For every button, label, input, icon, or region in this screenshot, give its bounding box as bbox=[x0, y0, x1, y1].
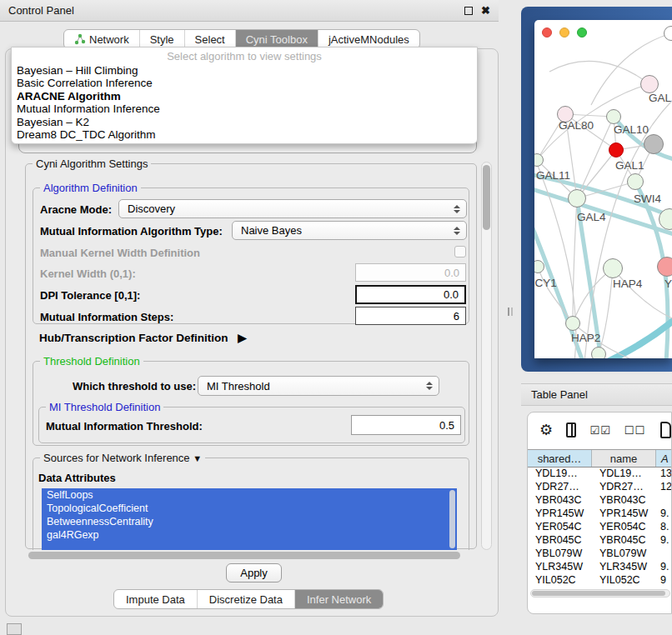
mi-steps-value: 6 bbox=[454, 310, 459, 322]
table-panel-titlebar: Table Panel bbox=[521, 383, 672, 406]
node-hap2[interactable] bbox=[565, 316, 580, 331]
aracne-mode-label: Aracne Mode: bbox=[40, 203, 112, 216]
tab-style[interactable]: Style bbox=[140, 30, 185, 48]
network-window[interactable]: GAL GAL80 GAL10 GAL1 GAL11 SWI4 GAL4 GCY… bbox=[534, 20, 672, 358]
gear-icon[interactable]: ⚙ bbox=[539, 422, 553, 438]
cell-value bbox=[656, 494, 672, 508]
node-gal4[interactable] bbox=[568, 189, 586, 208]
bottom-corner-widget[interactable] bbox=[7, 623, 22, 635]
manual-kernel-label: Manual Kernel Width Definition bbox=[40, 247, 200, 259]
dropdown-item-selected[interactable]: ARACNE Algorithm bbox=[12, 90, 477, 102]
which-threshold-value: MI Threshold bbox=[207, 380, 270, 392]
tab-infer-network[interactable]: Infer Network bbox=[295, 590, 383, 608]
table-row[interactable]: YLR345W YLR345W 9. bbox=[528, 561, 672, 574]
cell-name: YBR043C bbox=[592, 494, 656, 508]
cell-shared: YDL19… bbox=[528, 468, 592, 481]
scrollbar-thumb[interactable] bbox=[532, 591, 665, 596]
threshold-definition-group: Threshold Definition Which threshold to … bbox=[33, 361, 469, 446]
node-label: GAL11 bbox=[536, 169, 570, 182]
manual-kernel-checkbox[interactable] bbox=[454, 246, 466, 258]
cell-name: YPR145W bbox=[592, 508, 656, 521]
attribute-item[interactable]: SelfLoops bbox=[42, 488, 457, 502]
node-gal1[interactable] bbox=[609, 142, 624, 158]
node-salmon[interactable] bbox=[657, 257, 672, 277]
node-gray[interactable] bbox=[644, 134, 664, 154]
attribute-item[interactable]: TopologicalCoefficient bbox=[42, 502, 457, 515]
dropdown-item[interactable]: Bayesian – K2 bbox=[12, 116, 477, 128]
minimize-window-icon[interactable] bbox=[559, 28, 569, 38]
node-hap4[interactable] bbox=[603, 258, 623, 278]
column-header-partial[interactable]: A bbox=[656, 450, 672, 467]
tab-discretize-data[interactable]: Discretize Data bbox=[198, 590, 295, 608]
select-all-icon[interactable]: ☑☑ bbox=[589, 424, 610, 437]
tab-network[interactable]: Network bbox=[64, 30, 140, 48]
column-header-name[interactable]: name bbox=[592, 450, 656, 467]
close-window-icon[interactable] bbox=[542, 28, 552, 38]
deselect-all-icon[interactable]: ☐☐ bbox=[624, 424, 645, 437]
kernel-width-input[interactable]: 0.0 bbox=[355, 263, 466, 282]
node-gal-partial[interactable] bbox=[640, 75, 659, 93]
mi-algorithm-type-select[interactable]: Naive Bayes bbox=[232, 221, 467, 240]
node-label: HAP4 bbox=[613, 278, 642, 290]
columns-icon[interactable] bbox=[566, 422, 576, 438]
node-swi4[interactable] bbox=[627, 173, 644, 190]
table-row[interactable]: YBR045C YBR045C 9. bbox=[528, 534, 672, 548]
split-pane-grip[interactable] bbox=[508, 308, 513, 316]
apply-button-label: Apply bbox=[240, 567, 268, 579]
dropdown-item[interactable]: Mutual Information Inference bbox=[12, 102, 477, 115]
table-row[interactable]: YDL19… YDL19… 13 bbox=[528, 468, 672, 481]
threshold-definition-title: Threshold Definition bbox=[40, 355, 143, 368]
node-bottom-partial[interactable] bbox=[591, 347, 606, 358]
apply-button[interactable]: Apply bbox=[226, 563, 282, 582]
tab-jactivemnodules[interactable]: jActiveMNodules bbox=[318, 30, 419, 48]
table-row[interactable]: YBR043C YBR043C bbox=[528, 494, 672, 508]
tab-network-label: Network bbox=[89, 33, 129, 46]
dpi-tolerance-label: DPI Tolerance [0,1]: bbox=[40, 289, 140, 302]
scrollbar-thumb[interactable] bbox=[28, 552, 460, 559]
table-row[interactable]: YER054C YER054C 8. bbox=[528, 521, 672, 534]
dropdown-item[interactable]: Dream8 DC_TDC Algorithm bbox=[12, 128, 477, 141]
tab-cyni-toolbox[interactable]: Cyni Toolbox bbox=[236, 30, 318, 48]
node-label: GAL4 bbox=[577, 211, 606, 223]
stepper-icon bbox=[454, 205, 460, 213]
scrollbar-thumb[interactable] bbox=[483, 165, 490, 230]
settings-horizontal-scrollbar[interactable] bbox=[26, 551, 477, 561]
attribute-item[interactable]: BetweennessCentrality bbox=[42, 515, 457, 528]
cell-value: 9. bbox=[656, 508, 672, 521]
table-row[interactable]: YPR145W YPR145W 9. bbox=[528, 508, 672, 521]
dropdown-prompt: Select algorithm to view settings bbox=[12, 48, 477, 64]
aracne-mode-select[interactable]: Discovery bbox=[118, 199, 467, 218]
table-horizontal-scrollbar[interactable] bbox=[530, 589, 670, 598]
sources-group-title[interactable]: Sources for Network Inference ▼ bbox=[40, 452, 205, 464]
table-row[interactable]: YDR27… YDR27… 12 bbox=[528, 481, 672, 494]
float-panel-icon[interactable] bbox=[464, 7, 473, 15]
control-panel-title: Control Panel bbox=[8, 4, 74, 17]
close-panel-icon[interactable]: ✖ bbox=[481, 5, 490, 16]
node-gal10[interactable] bbox=[606, 109, 621, 124]
dropdown-item[interactable]: Bayesian – Hill Climbing bbox=[12, 64, 477, 77]
tab-impute-data[interactable]: Impute Data bbox=[114, 590, 198, 608]
mi-steps-input[interactable]: 6 bbox=[355, 307, 466, 325]
which-threshold-select[interactable]: MI Threshold bbox=[198, 376, 439, 396]
hub-section-toggle[interactable]: Hub/Transcription Factor Definition ▶ bbox=[39, 331, 247, 344]
table-toolbar: ⚙ ☑☑ ☐☐ bbox=[528, 412, 671, 448]
dpi-tolerance-input[interactable]: 0.0 bbox=[355, 285, 466, 304]
data-attributes-list[interactable]: SelfLoops TopologicalCoefficient Between… bbox=[42, 488, 457, 550]
dropdown-item[interactable]: Basic Correlation Inference bbox=[12, 77, 477, 89]
node-label: GAL80 bbox=[559, 119, 594, 132]
table-row[interactable]: YBL079W YBL079W bbox=[528, 548, 672, 561]
sources-title-text: Sources for Network Inference bbox=[43, 452, 190, 464]
tab-infer-network-label: Infer Network bbox=[307, 593, 371, 606]
function-builder-icon[interactable] bbox=[660, 422, 671, 438]
table-row[interactable]: YIL052C YIL052C 9 bbox=[528, 574, 672, 588]
attribute-item[interactable]: gal4RGexp bbox=[42, 528, 457, 542]
bottom-tabbar: Impute Data Discretize Data Infer Networ… bbox=[113, 589, 384, 609]
table-rows: YDL19… YDL19… 13 YDR27… YDR27… 12 YBR043… bbox=[528, 468, 672, 588]
column-header-shared[interactable]: shared… bbox=[528, 450, 592, 467]
settings-vertical-scrollbar[interactable] bbox=[481, 162, 492, 550]
mi-threshold-input[interactable]: 0.5 bbox=[351, 415, 461, 435]
zoom-window-icon[interactable] bbox=[577, 28, 587, 38]
attributes-scrollbar[interactable] bbox=[449, 490, 455, 548]
mi-steps-label: Mutual Information Steps: bbox=[40, 311, 173, 323]
tab-select[interactable]: Select bbox=[185, 30, 236, 48]
